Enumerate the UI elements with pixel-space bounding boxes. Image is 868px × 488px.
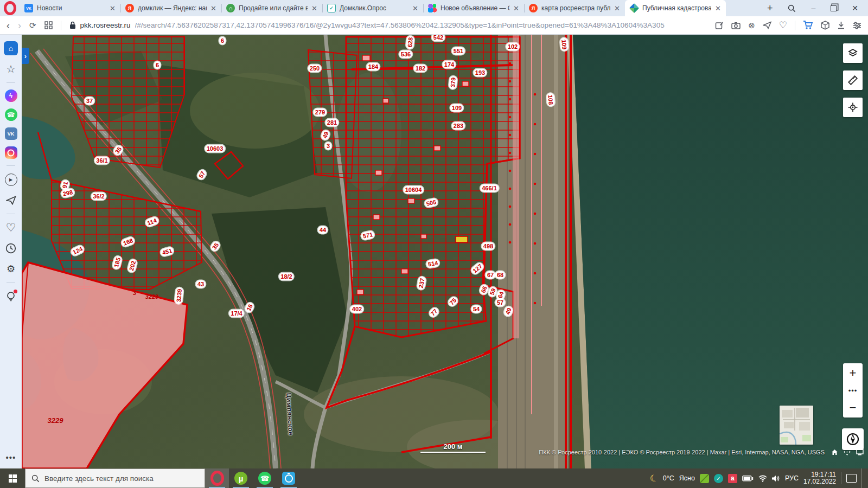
compass-button[interactable] [842, 428, 864, 450]
action-center-icon[interactable] [846, 474, 857, 483]
browser-tab[interactable]: домклик — Яндекс: наш✕ [120, 0, 221, 16]
parcel-label: 66 [478, 284, 489, 296]
tab-search-icon[interactable] [788, 4, 796, 12]
tray-temperature[interactable]: 0°C [663, 474, 674, 482]
parcel-label: 77 [428, 306, 441, 319]
my-flow-send-icon[interactable] [763, 21, 771, 29]
browser-tab[interactable]: Новости✕ [20, 0, 120, 16]
tab-close-button[interactable]: ✕ [715, 5, 721, 12]
downloads-icon[interactable] [837, 21, 845, 30]
reload-icon[interactable]: ⟳ [29, 21, 36, 30]
sidebar-more-dots[interactable]: ••• [4, 450, 18, 464]
vk-icon[interactable]: VK [5, 127, 17, 140]
fullscreen-monitor-icon[interactable] [856, 449, 864, 455]
easy-setup-bulb-icon[interactable] [4, 290, 18, 304]
windows-logo-icon [9, 474, 17, 483]
keyboard-language[interactable]: РУС [785, 474, 799, 482]
zoom-more-button[interactable]: ••• [843, 383, 863, 398]
weather-moon-icon[interactable]: ☾ [648, 472, 660, 485]
taskbar-app-opera[interactable] [205, 468, 229, 488]
show-desktop-button[interactable] [861, 468, 865, 488]
parcel-label: 16 [244, 301, 255, 313]
street-label: Цимлянское [285, 391, 295, 437]
start-button[interactable] [0, 468, 25, 488]
address-bar: ‹ › ⟳ pkk.rosreestr.ru/#/search/47.56376… [0, 16, 868, 35]
tab-title: домклик — Яндекс: наш [138, 4, 207, 12]
opera-sidebar: ⌂ ☆ ϟ ☎ VK ▶ ♡ ⚙ ••• [0, 35, 22, 468]
address-bar-actions: ⊗ ♡ [715, 21, 861, 30]
measure-button[interactable] [843, 70, 863, 90]
bookmarks-star-icon[interactable]: ☆ [4, 62, 18, 76]
yandex-tab-icon [529, 4, 538, 12]
home-icon[interactable] [831, 449, 838, 455]
antivirus-tray-icon[interactable] [700, 474, 709, 483]
browser-tab[interactable]: Новое объявление — Об✕ [423, 0, 524, 16]
taskbar-clock[interactable]: 19:17:11 17.02.2022 [803, 471, 836, 486]
tab-close-button[interactable]: ✕ [110, 5, 116, 12]
window-restore-button[interactable] [831, 5, 837, 11]
taskbar-app-utorrent[interactable]: µ [229, 468, 253, 488]
likes-heart-icon[interactable]: ♡ [4, 221, 18, 235]
expand-search-panel-button[interactable]: › [22, 48, 29, 64]
forward-icon[interactable]: › [18, 21, 21, 30]
messenger-icon[interactable]: ϟ [5, 89, 17, 102]
window-close-button[interactable]: ✕ [852, 4, 858, 12]
snapshot-edit-icon[interactable] [715, 21, 724, 30]
instagram-icon[interactable] [5, 146, 17, 159]
parcel-label: 102 [506, 43, 519, 50]
overview-minimap[interactable] [780, 406, 813, 445]
history-clock-icon[interactable] [4, 241, 18, 255]
layers-button[interactable] [843, 43, 863, 63]
battery-icon[interactable] [742, 476, 754, 481]
settings-sliders-icon[interactable] [853, 22, 861, 29]
my-flow-send-icon[interactable] [4, 193, 18, 207]
player-icon[interactable]: ▶ [4, 172, 18, 187]
browser-tab[interactable]: Публичная кадастровая к✕ [625, 0, 726, 16]
tab-close-button[interactable]: ✕ [210, 5, 216, 12]
volume-icon[interactable] [772, 475, 780, 482]
whatsapp-icon[interactable]: ☎ [5, 108, 17, 121]
url-domain: pkk.rosreestr.ru [80, 21, 131, 29]
wifi-icon[interactable] [758, 475, 767, 482]
layers-icon [847, 48, 858, 59]
zoom-in-button[interactable]: + [843, 363, 863, 383]
back-icon[interactable]: ‹ [7, 21, 10, 30]
tab-title: Новое объявление — Об [441, 4, 509, 12]
divider [7, 214, 15, 214]
bookmark-heart-icon[interactable]: ♡ [779, 21, 787, 29]
settings-gear-icon[interactable]: ⚙ [4, 262, 18, 276]
shopping-cart-icon[interactable] [803, 21, 813, 30]
screenshoter-tray-icon[interactable]: ✓ [714, 474, 723, 483]
taskbar-app-whatsapp[interactable]: ☎ [253, 468, 277, 488]
cadastral-map[interactable]: 6662853654255118418217419325010210937937… [22, 35, 868, 468]
speed-dial-icon[interactable] [44, 21, 53, 29]
browser-tab[interactable]: карта росреестра публи✕ [524, 0, 625, 16]
browser-tab[interactable]: Домклик.Опрос✕ [322, 0, 423, 16]
window-minimize-button[interactable]: – [811, 4, 815, 12]
blocker-icon[interactable]: ⊗ [748, 21, 755, 29]
tab-close-button[interactable]: ✕ [614, 5, 620, 12]
scale-line [420, 452, 486, 453]
locate-button[interactable] [843, 98, 863, 117]
parcel-label: 466/1 [480, 184, 499, 192]
tab-close-button[interactable]: ✕ [311, 5, 317, 12]
new-tab-button[interactable]: + [767, 3, 773, 13]
taskbar-search[interactable]: Введите здесь текст для поиска [25, 468, 205, 488]
url-field[interactable]: pkk.rosreestr.ru/#/search/47.56376202587… [69, 21, 707, 29]
tab-close-button[interactable]: ✕ [513, 5, 519, 12]
pan-arrows-icon[interactable] [844, 448, 851, 455]
parcel-label: 35 [112, 144, 124, 157]
camera-icon[interactable] [731, 22, 741, 29]
survey-tab-icon [327, 4, 336, 12]
tray-weather-condition[interactable]: Ясно [679, 474, 695, 482]
extensions-cube-icon[interactable] [821, 21, 829, 30]
browser-tab[interactable]: Продайте или сдайте в а✕ [221, 0, 322, 16]
tab-close-button[interactable]: ✕ [412, 5, 418, 12]
taskbar-app-screenshoter[interactable] [277, 468, 301, 488]
speed-dial-home-icon[interactable]: ⌂ [4, 41, 18, 55]
zoom-out-button[interactable]: − [843, 398, 863, 418]
opera-menu-button[interactable] [0, 1, 20, 15]
parcel-label: 542 [432, 35, 445, 41]
parcel-label: 237 [417, 276, 426, 290]
adguard-tray-icon[interactable]: a [728, 474, 737, 483]
